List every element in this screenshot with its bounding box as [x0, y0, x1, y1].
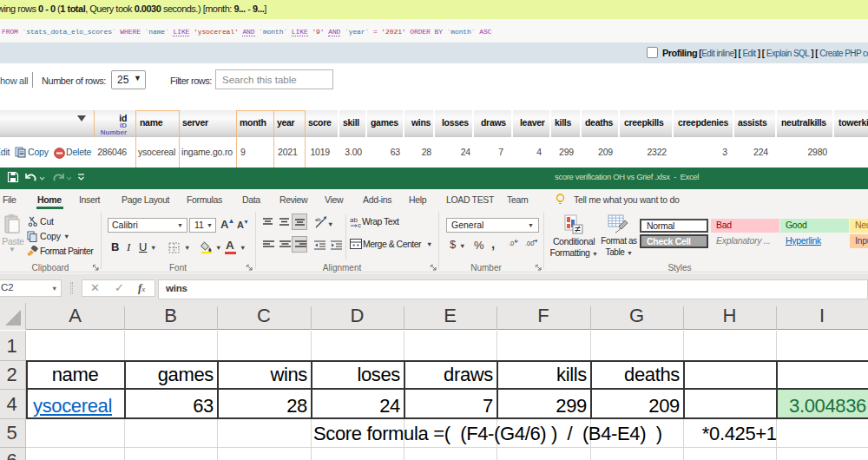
svg-text:.0: .0 — [509, 240, 514, 247]
svg-text:c: c — [358, 221, 361, 227]
svg-text:ab: ab — [315, 217, 321, 222]
svg-text:.00: .00 — [525, 240, 534, 247]
